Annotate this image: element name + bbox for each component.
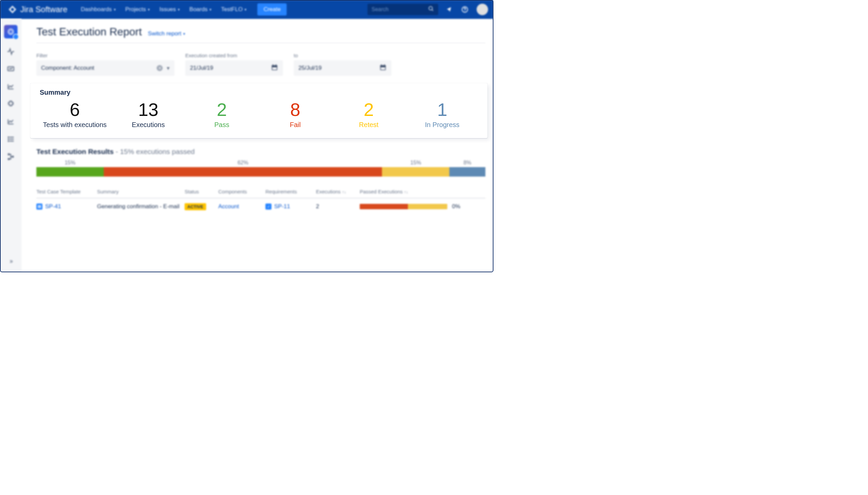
svg-rect-19: [276, 64, 277, 66]
summary-card: Summary 6 Tests with executions13 Execut…: [30, 83, 488, 138]
issue-type-icon: [265, 204, 271, 209]
status-badge: ACTIVE: [184, 203, 206, 210]
top-nav: Jira Software Dashboards▾ Projects▾ Issu…: [0, 0, 493, 19]
table-body: SP-41 Generating confirmation - E-mail A…: [36, 199, 485, 215]
chevron-down-icon: ▾: [178, 7, 180, 12]
rail-monitor-icon[interactable]: [6, 65, 15, 73]
nav-issues[interactable]: Issues▾: [155, 3, 184, 16]
col-summary[interactable]: Summary: [97, 189, 181, 194]
svg-rect-18: [273, 64, 273, 66]
date-from-input[interactable]: 21/Jul/19: [185, 60, 283, 76]
product-logo[interactable]: Jira Software: [8, 5, 67, 14]
divider: [36, 43, 485, 43]
bar-segment: [449, 167, 485, 176]
search-input[interactable]: Search: [368, 4, 438, 15]
feedback-icon[interactable]: [446, 6, 453, 13]
results-heading: Test Execution Results - 15% executions …: [36, 148, 485, 156]
stat-label: Pass: [187, 121, 256, 129]
summary-stat: 2 Pass: [187, 100, 256, 129]
stat-label: Fail: [260, 121, 331, 129]
col-status[interactable]: Status: [184, 189, 215, 194]
rail-app-icon[interactable]: [4, 25, 18, 38]
row-passed-executions: 0%: [360, 203, 485, 210]
rail-tree-icon[interactable]: [6, 152, 15, 161]
chevron-down-icon: ▾: [167, 65, 170, 72]
summary-stat: 2 Retest: [334, 100, 404, 129]
summary-stat: 13 Executions: [113, 100, 183, 129]
to-label: to: [294, 53, 391, 58]
nav-projects[interactable]: Projects▾: [121, 3, 154, 16]
requirement-link[interactable]: SP-11: [265, 203, 313, 210]
chevron-down-icon: ▾: [114, 7, 116, 12]
svg-rect-25: [381, 67, 385, 69]
summary-title: Summary: [40, 89, 477, 96]
passed-pct: 0%: [452, 203, 460, 210]
segment-label: 15%: [36, 160, 104, 166]
nav-boards[interactable]: Boards▾: [185, 3, 216, 16]
component-link[interactable]: Account: [218, 203, 262, 210]
stacked-bar-labels: 15%62%15%8%: [36, 160, 485, 166]
filter-value: Component: Account: [41, 65, 94, 71]
stat-value: 2: [187, 100, 256, 120]
nav-dashboards[interactable]: Dashboards▾: [77, 3, 120, 16]
stat-label: Tests with executions: [40, 121, 110, 129]
stat-label: Executions: [113, 121, 183, 129]
svg-rect-23: [381, 64, 382, 66]
nav-testflo[interactable]: TestFLO▾: [217, 3, 251, 16]
switch-report-link[interactable]: Switch report ▾: [148, 30, 185, 37]
col-requirements[interactable]: Requirements: [265, 189, 313, 194]
stat-value: 1: [407, 100, 477, 120]
summary-stats: 6 Tests with executions13 Executions2 Pa…: [40, 100, 477, 129]
svg-point-10: [8, 137, 9, 137]
avatar[interactable]: [477, 4, 488, 15]
rail-expand-icon[interactable]: ››: [10, 257, 12, 265]
svg-rect-22: [380, 65, 386, 67]
mini-bar: [360, 204, 447, 209]
row-summary: Generating confirmation - E-mail: [97, 203, 181, 210]
stat-value: 8: [260, 100, 331, 120]
col-passed-executions[interactable]: Passed Executions↑↓: [360, 189, 485, 194]
issue-type-icon: [36, 204, 42, 209]
rail-activity-icon[interactable]: [6, 47, 15, 56]
svg-point-0: [429, 6, 432, 10]
jira-icon: [8, 5, 17, 14]
svg-point-11: [8, 139, 9, 139]
rail-list-icon[interactable]: [6, 135, 15, 143]
segment-label: 8%: [449, 160, 485, 166]
chevron-down-icon: ▾: [245, 7, 247, 12]
filter-dropdown[interactable]: Component: Account ✕ ▾: [36, 60, 175, 76]
date-to-input[interactable]: 25/Jul/19: [294, 60, 391, 76]
search-placeholder: Search: [372, 6, 428, 13]
chevron-down-icon: ▾: [148, 7, 150, 12]
col-components[interactable]: Components: [218, 189, 262, 194]
col-executions[interactable]: Executions↑↓: [316, 189, 356, 194]
sort-icon: ↑↓: [342, 190, 346, 194]
svg-rect-20: [272, 67, 277, 69]
col-test-case[interactable]: Test Case Template: [36, 189, 94, 194]
rail-chart-icon[interactable]: [6, 82, 15, 91]
summary-stat: 8 Fail: [260, 100, 331, 129]
page-title: Test Execution Report: [36, 25, 142, 38]
svg-point-3: [464, 11, 465, 11]
stat-label: Retest: [334, 121, 404, 129]
search-icon: [428, 6, 434, 13]
date-from-value: 21/Jul/19: [190, 65, 213, 71]
svg-rect-24: [384, 64, 385, 66]
help-icon[interactable]: [461, 6, 468, 13]
sort-icon: ↑↓: [404, 190, 408, 194]
issue-link[interactable]: SP-41: [36, 203, 94, 210]
create-button[interactable]: Create: [257, 3, 287, 16]
from-label: Execution created from: [185, 53, 283, 58]
svg-point-4: [9, 30, 12, 33]
clear-icon[interactable]: ✕: [157, 65, 163, 71]
calendar-icon: [379, 64, 387, 73]
rail-addon-icon[interactable]: [6, 100, 15, 108]
stat-value: 2: [334, 100, 404, 120]
row-executions: 2: [316, 203, 356, 210]
summary-stat: 1 In Progress: [407, 100, 477, 129]
svg-rect-17: [272, 65, 278, 67]
svg-point-13: [8, 154, 10, 155]
calendar-icon: [271, 64, 278, 73]
rail-chart2-icon[interactable]: [6, 117, 15, 126]
segment-label: 15%: [382, 160, 449, 166]
